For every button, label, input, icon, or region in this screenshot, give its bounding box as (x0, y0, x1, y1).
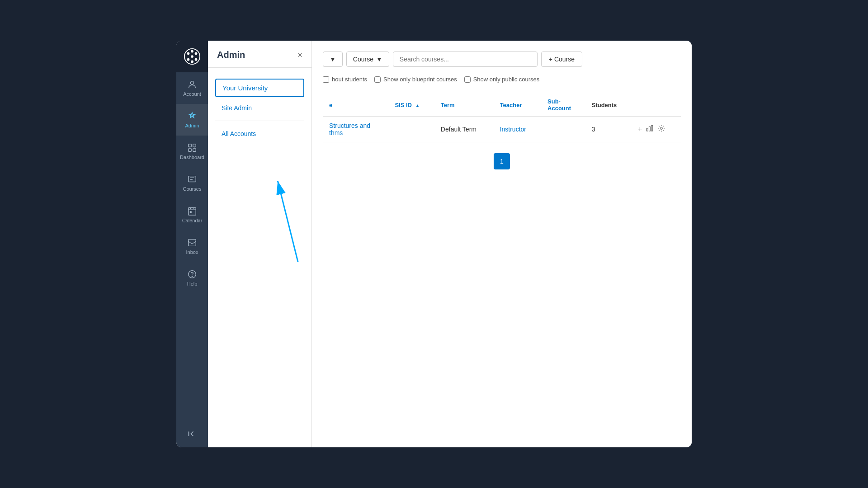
course-stats-button[interactable] (646, 124, 654, 134)
col-sis-id[interactable]: SIS ID ▲ (388, 94, 434, 117)
students-count: 3 (592, 126, 595, 133)
col-students: Students (585, 94, 632, 117)
admin-panel-content: Your University Site Admin All Accounts (208, 68, 311, 148)
svg-point-2 (195, 52, 198, 55)
admin-panel: Admin × Your University Site Admin All A… (208, 41, 312, 447)
course-name-link[interactable]: Structures andthms (329, 122, 370, 136)
col-teacher[interactable]: Teacher (494, 94, 541, 117)
svg-rect-11 (193, 144, 196, 147)
sidebar: Account Admin Dashboard Co (176, 41, 208, 447)
courses-table-header-row: e SIS ID ▲ Term Teacher Sub-Account (323, 94, 681, 117)
sidebar-item-dashboard-label: Dashboard (180, 155, 204, 160)
svg-point-1 (191, 50, 193, 53)
admin-close-button[interactable]: × (297, 51, 302, 59)
sidebar-item-inbox[interactable]: Inbox (176, 230, 208, 262)
filter-blueprint-checkbox[interactable] (374, 76, 381, 83)
search-courses-input[interactable] (393, 52, 538, 67)
svg-point-6 (187, 52, 190, 55)
filter-hide-students[interactable]: hout students (323, 76, 367, 83)
sidebar-item-inbox-label: Inbox (186, 249, 198, 255)
filter-hide-students-checkbox[interactable] (323, 76, 329, 83)
svg-rect-17 (189, 239, 196, 246)
svg-point-9 (191, 115, 193, 117)
sidebar-item-dashboard[interactable]: Dashboard (176, 136, 208, 167)
svg-rect-23 (646, 128, 648, 131)
cell-sis-id (388, 117, 434, 142)
toolbar-dropdown-1[interactable]: ▼ (323, 52, 343, 67)
courses-table-body: Structures andthms Default Term Instruct… (323, 117, 681, 142)
col-name-label: e (329, 102, 332, 108)
table-row: Structures andthms Default Term Instruct… (323, 117, 681, 142)
sidebar-item-courses-label: Courses (183, 186, 202, 192)
sidebar-item-calendar[interactable]: Calendar (176, 199, 208, 230)
admin-all-accounts-item[interactable]: All Accounts (208, 127, 311, 141)
search-input-wrapper (393, 52, 538, 67)
col-sub-account-label: Sub-Account (547, 98, 571, 112)
col-term[interactable]: Term (434, 94, 494, 117)
courses-toolbar: ▼ Course ▼ + Course (323, 52, 681, 67)
filter-blueprint[interactable]: Show only blueprint courses (374, 76, 457, 83)
col-sis-id-sort: ▲ (415, 103, 420, 108)
pagination: 1 (323, 153, 681, 169)
toolbar-dropdown-1-chevron: ▼ (330, 56, 336, 63)
toolbar-dropdown-course-chevron: ▼ (376, 56, 382, 63)
col-sub-account[interactable]: Sub-Account (541, 94, 585, 117)
sidebar-item-account[interactable]: Account (176, 72, 208, 104)
svg-point-4 (191, 61, 193, 63)
sidebar-item-help-label: Help (187, 281, 198, 286)
svg-line-22 (278, 181, 298, 262)
add-course-button[interactable]: + Course (541, 52, 582, 67)
filter-public-checkbox[interactable] (464, 76, 471, 83)
toolbar-dropdown-course[interactable]: Course ▼ (346, 52, 389, 67)
col-sis-id-label: SIS ID (395, 102, 412, 108)
toolbar-dropdown-course-label: Course (353, 56, 373, 63)
cell-sub-account (541, 117, 585, 142)
row-action-buttons: + (638, 124, 675, 134)
col-name[interactable]: e (323, 94, 388, 117)
sidebar-item-help[interactable]: Help (176, 262, 208, 294)
admin-site-admin-item[interactable]: Site Admin (208, 101, 311, 115)
svg-point-7 (191, 55, 193, 58)
admin-panel-header: Admin × (208, 41, 311, 68)
sidebar-item-calendar-label: Calendar (182, 218, 203, 223)
svg-rect-12 (189, 149, 191, 151)
cell-students: 3 (585, 117, 632, 142)
sidebar-item-admin[interactable]: Admin (176, 104, 208, 136)
cell-teacher: Instructor (494, 117, 541, 142)
svg-rect-16 (190, 211, 191, 213)
svg-rect-24 (649, 127, 651, 131)
term-value: Default Term (441, 126, 476, 133)
page-1-button[interactable]: 1 (494, 153, 510, 169)
svg-point-3 (195, 58, 198, 61)
sidebar-item-admin-label: Admin (185, 123, 199, 128)
admin-panel-title: Admin (217, 50, 245, 60)
main-content: ▼ Course ▼ + Course hout students Show o… (312, 41, 692, 447)
svg-rect-25 (651, 125, 653, 131)
cell-term: Default Term (434, 117, 494, 142)
svg-point-8 (190, 81, 193, 84)
filter-blueprint-label: Show only blueprint courses (383, 76, 457, 83)
admin-divider (215, 121, 304, 121)
col-actions (632, 94, 681, 117)
col-teacher-label: Teacher (500, 102, 522, 108)
svg-rect-10 (189, 144, 191, 147)
admin-your-university-item[interactable]: Your University (215, 79, 304, 97)
svg-point-19 (192, 276, 192, 277)
filter-public-label: Show only public courses (473, 76, 540, 83)
cell-row-actions: + (632, 117, 681, 142)
sidebar-logo (176, 41, 208, 72)
sidebar-item-account-label: Account (183, 91, 201, 97)
teacher-link[interactable]: Instructor (500, 126, 526, 133)
add-enrollment-button[interactable]: + (638, 125, 642, 133)
svg-point-26 (660, 127, 663, 130)
filters-row: hout students Show only blueprint course… (323, 76, 681, 83)
filter-public[interactable]: Show only public courses (464, 76, 540, 83)
svg-point-5 (187, 58, 190, 61)
col-term-label: Term (441, 102, 455, 108)
course-settings-button[interactable] (657, 124, 665, 134)
sidebar-collapse-button[interactable] (176, 420, 208, 447)
svg-rect-15 (189, 208, 196, 216)
cell-course-name: Structures andthms (323, 117, 388, 142)
sidebar-item-courses[interactable]: Courses (176, 167, 208, 199)
courses-table: e SIS ID ▲ Term Teacher Sub-Account (323, 94, 681, 142)
